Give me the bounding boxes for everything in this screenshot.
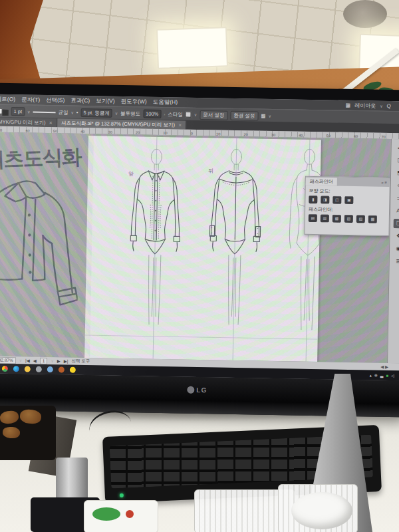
back-view-label: 뒤	[208, 168, 213, 174]
tab-label: 셔츠도식화.ai* @ 132.87% (CMYK/GPU 미리 보기)	[61, 120, 175, 128]
crop-icon[interactable]: ▧	[344, 215, 353, 223]
panel-header: 패스파인더 « ≡	[306, 177, 390, 187]
pathfinder-icon[interactable]: ❒	[394, 219, 399, 228]
app-orange-icon[interactable]	[59, 366, 65, 372]
brush-select[interactable]: 5 pt. 둥글게	[80, 108, 112, 118]
links-icon[interactable]: ∞	[394, 181, 399, 190]
stroke-line-sample	[33, 111, 55, 113]
merge-icon[interactable]: ▦	[332, 214, 341, 222]
minus-front-icon[interactable]: ◨	[321, 196, 329, 203]
network-icon[interactable]: ⊕	[374, 373, 378, 378]
chevron-down-icon[interactable]: ∨	[19, 358, 23, 362]
first-artboard-icon[interactable]: |◀	[25, 358, 30, 363]
chevron-down-icon[interactable]: ∨	[27, 109, 31, 114]
stroke-swatch[interactable]	[2, 109, 8, 115]
cookie	[0, 410, 19, 425]
cookie	[2, 426, 20, 439]
trim-icon[interactable]: ▥	[321, 214, 329, 222]
current-tool-label: 선택 도구	[71, 358, 90, 364]
workspace-switcher[interactable]: 레이아웃	[354, 102, 376, 110]
tray-expand-icon[interactable]: ▴	[370, 372, 372, 377]
close-icon[interactable]: ✕	[178, 122, 182, 127]
artboards-icon[interactable]: ◳	[394, 156, 399, 165]
align-icon[interactable]: ⚍	[394, 194, 399, 203]
chevron-down-icon[interactable]: ∨	[268, 114, 271, 118]
collapse-panel-icon[interactable]: «	[381, 180, 383, 184]
close-icon[interactable]: ✕	[49, 120, 53, 125]
layers-icon[interactable]: ≣	[393, 257, 399, 266]
pathfinder-panel-tab[interactable]: 패스파인더	[306, 178, 337, 186]
edge-icon[interactable]	[13, 366, 19, 372]
exclude-icon[interactable]: ▣	[344, 196, 353, 204]
zoom-level-field[interactable]: 132.87%	[0, 356, 16, 364]
chevron-down-icon: ∨	[380, 104, 383, 108]
lg-emblem-icon	[187, 386, 194, 394]
menu-item[interactable]: 도움말(H)	[153, 98, 178, 106]
app-gray-icon[interactable]	[36, 366, 42, 372]
search-icon[interactable]: Q	[387, 103, 391, 109]
panel-dock: ⤺◳⬒∞⚍A|❒❖◉≣	[387, 139, 399, 363]
divide-icon[interactable]: ▤	[309, 214, 317, 222]
opacity-label: 불투명도	[120, 110, 140, 117]
apps-grid-icon[interactable]: ▦	[261, 113, 265, 119]
opacity-field[interactable]: 100%	[143, 109, 161, 118]
scroll-right-icon[interactable]: ▶	[385, 364, 388, 368]
app-green-icon[interactable]: ■	[386, 373, 388, 377]
style-swatch[interactable]	[186, 112, 192, 118]
signal-icon[interactable]: ▃	[380, 373, 384, 378]
menu-item[interactable]: 보기(V)	[96, 97, 115, 105]
volume-icon[interactable]: ◁	[391, 373, 394, 378]
scroll-left-icon[interactable]: ◀	[380, 364, 384, 368]
chevron-down-icon[interactable]: ∨	[115, 111, 118, 116]
menu-item[interactable]: 효과(C)	[70, 96, 90, 105]
preferences-button[interactable]: 환경 설정	[230, 110, 258, 120]
artboard-number-field[interactable]: 1	[40, 357, 48, 364]
asset-export-icon[interactable]: ⬒	[394, 168, 399, 178]
unite-icon[interactable]: ▮	[309, 196, 317, 203]
photo-of-monitor-scene: { "monitor": { "brand_logo": "LG" }, "pa…	[0, 0, 399, 532]
document-setup-button[interactable]: 문서 설정	[200, 110, 227, 120]
menu-item[interactable]: 젝트(O)	[0, 95, 15, 104]
explorer-icon[interactable]	[25, 366, 31, 372]
lg-monitor: 젝트(O)문자(T)선택(S)효과(C)보기(V)윈도우(W)도움말(H) ▦ …	[0, 83, 399, 418]
kakaotalk-icon[interactable]	[70, 367, 76, 373]
chevron-down-icon[interactable]: ∨	[70, 110, 74, 115]
cookie	[19, 408, 42, 424]
apps-grid-icon[interactable]: ▦	[346, 102, 351, 108]
next-artboard-icon[interactable]: ▶	[57, 358, 61, 364]
style-label: 스타일	[168, 111, 183, 118]
more-options-icon[interactable]: ›	[164, 112, 165, 116]
transform-icon[interactable]: ⤺	[395, 143, 399, 152]
ceiling-light-panel	[156, 27, 228, 69]
menu-item[interactable]: 문자(T)	[21, 96, 40, 104]
red-label-dot	[126, 510, 134, 518]
menu-item[interactable]: 윈도우(W)	[120, 97, 146, 106]
width-profile-select[interactable]: 균일	[58, 109, 68, 116]
hand-drawn-shirt-sketch	[0, 178, 80, 325]
tissue-wad	[291, 492, 352, 529]
menu-item[interactable]: 선택(S)	[46, 96, 65, 104]
artboard[interactable]: 앞 뒤	[84, 136, 321, 362]
green-label	[92, 507, 120, 521]
chrome-icon[interactable]	[2, 366, 8, 372]
panel-menu-icon[interactable]: ≡	[384, 180, 387, 184]
outline-icon[interactable]: ▨	[356, 215, 365, 223]
lg-logo-text: LG	[196, 386, 207, 394]
pathfinder-panel[interactable]: 패스파인더 « ≡ 모양 모드: ▮◨◫▣ 패스파인더: ▤▥▦▧▨▩	[304, 176, 390, 236]
stroke-weight-field[interactable]: 1 pt	[11, 107, 25, 116]
last-artboard-icon[interactable]: ▶|	[64, 358, 68, 364]
intersect-icon[interactable]: ◫	[332, 196, 341, 203]
brush-dot-icon: •	[76, 110, 78, 116]
prev-artboard-icon[interactable]: ◀	[33, 358, 37, 363]
app-blue-icon[interactable]	[47, 366, 53, 372]
canvas-pasteboard[interactable]: 앞 뒤	[0, 132, 399, 364]
appearance-icon[interactable]: ◉	[393, 244, 399, 253]
minus-back-icon[interactable]: ▩	[368, 215, 377, 223]
chevron-down-icon[interactable]: ∨	[194, 112, 198, 117]
wet-wipes-pack	[84, 500, 158, 532]
character-icon[interactable]: A|	[394, 206, 399, 215]
shape-builder-icon[interactable]: ❖	[393, 231, 399, 241]
monitor-screen: 젝트(O)문자(T)선택(S)효과(C)보기(V)윈도우(W)도움말(H) ▦ …	[0, 94, 399, 381]
handwritten-title: 셔츠도식화	[0, 143, 81, 174]
chevron-down-icon[interactable]: ∨	[51, 358, 54, 363]
